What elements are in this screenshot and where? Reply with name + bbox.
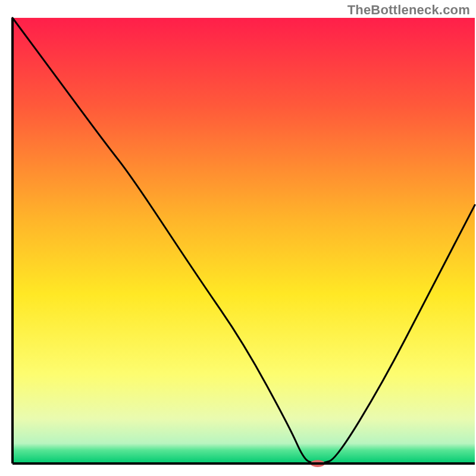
bottleneck-chart xyxy=(0,0,476,476)
svg-rect-0 xyxy=(12,18,475,464)
watermark-text: TheBottleneck.com xyxy=(347,2,470,18)
chart-container: TheBottleneck.com xyxy=(0,0,476,476)
